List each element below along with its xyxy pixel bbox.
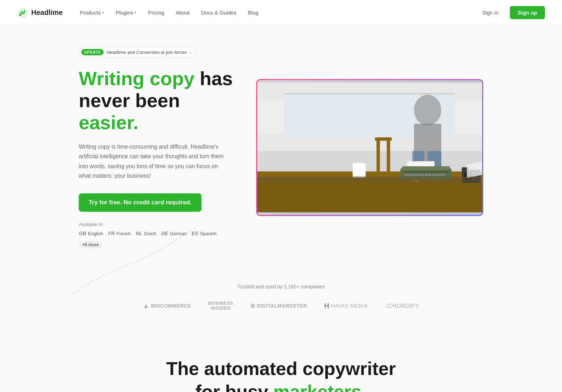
digitalmarketer-symbol: ⚙ (250, 303, 255, 309)
update-text: Headlime and Conversion.ai join forces (106, 50, 187, 55)
svg-rect-13 (376, 137, 380, 178)
bottom-headline-part1: The automated copywriter (166, 358, 396, 379)
chevron-down-icon: ▾ (102, 10, 104, 15)
navbar-right: Sign in Sign up (476, 6, 545, 19)
signin-button[interactable]: Sign in (476, 7, 504, 18)
bottom-headline-part2: for busy (195, 381, 274, 392)
headline-easier: easier. (79, 112, 138, 133)
hero-right (256, 79, 483, 216)
svg-rect-23 (411, 174, 414, 176)
brand-name: Headlime (31, 9, 63, 17)
svg-rect-30 (435, 174, 438, 176)
nav-pricing[interactable]: Pricing (144, 7, 169, 18)
lang-french: FR French (108, 231, 131, 236)
flag-es: ES (192, 231, 198, 236)
hero-section: UPDATE Headlime and Conversion.ai join f… (50, 26, 512, 270)
hero-image (257, 80, 482, 215)
svg-point-9 (414, 95, 441, 125)
nav-about[interactable]: About (171, 7, 194, 18)
svg-rect-8 (257, 178, 482, 212)
bigcommerce-symbol: ▲ (143, 302, 149, 310)
flag-nl: NL (136, 231, 143, 236)
flag-de: DE (161, 231, 168, 236)
nav-docs[interactable]: Docs & Guides (197, 7, 241, 18)
flag-gb: GB (79, 231, 86, 236)
bottom-section: The automated copywriter for busy market… (0, 329, 562, 392)
svg-rect-20 (404, 171, 448, 173)
havas-symbol: h (324, 302, 330, 310)
hero-headline: Writing copy hasnever been easier. (79, 67, 242, 133)
social-proof-title: Trusted and used by 1,182+ companies (28, 284, 534, 289)
lang-spanish: ES Spanish (192, 231, 217, 236)
navbar: Headlime Products ▾ Plugins ▾ Pricing Ab… (0, 0, 562, 26)
navbar-left: Headlime Products ▾ Plugins ▾ Pricing Ab… (17, 7, 263, 18)
hero-scene-svg (257, 80, 482, 215)
bottom-headline: The automated copywriter for busy market… (28, 357, 534, 392)
svg-rect-15 (375, 137, 392, 141)
svg-rect-24 (415, 174, 418, 176)
hero-left: UPDATE Headlime and Conversion.ai join f… (79, 47, 242, 248)
company-chordify: ♩chordify (385, 303, 419, 309)
company-havas-media: h havas media (324, 302, 368, 310)
svg-rect-25 (418, 174, 421, 176)
bottom-headline-green: marketers. (273, 381, 367, 392)
flag-fr: FR (108, 231, 115, 236)
lang-german: DE German (161, 231, 186, 236)
language-flags: GB English FR French NL Dutch DE German … (79, 231, 242, 248)
update-badge: UPDATE (81, 49, 104, 55)
chevron-down-icon: ▾ (134, 10, 137, 15)
logo[interactable]: Headlime (17, 7, 63, 18)
company-business-insider: BUSINESSINSIDER (208, 301, 233, 311)
svg-rect-26 (422, 174, 424, 176)
svg-point-1 (19, 14, 21, 16)
company-bigcommerce: ▲ BIGCOMMERCE (143, 302, 191, 310)
social-proof-section: Trusted and used by 1,182+ companies ▲ B… (0, 270, 562, 329)
cta-button[interactable]: Try for free. No credit card required. (79, 193, 202, 212)
svg-rect-27 (425, 174, 428, 176)
nav-products[interactable]: Products ▾ (76, 7, 109, 18)
nav-links: Products ▾ Plugins ▾ Pricing About Docs … (76, 7, 263, 18)
lang-english: GB English (79, 231, 103, 236)
svg-rect-19 (402, 166, 450, 171)
signup-button[interactable]: Sign up (510, 6, 545, 19)
nav-plugins[interactable]: Plugins ▾ (111, 7, 141, 18)
svg-rect-33 (353, 163, 366, 177)
arrow-right-icon: › (190, 50, 191, 55)
svg-rect-21 (404, 174, 407, 176)
svg-rect-28 (428, 174, 431, 176)
lang-dutch: NL Dutch (136, 231, 156, 236)
svg-rect-14 (387, 137, 390, 178)
svg-rect-32 (442, 174, 445, 176)
available-in-label: Available in: (79, 222, 242, 227)
svg-rect-6 (285, 93, 455, 94)
company-logos: ▲ BIGCOMMERCE BUSINESSINSIDER ⚙ DIGITALM… (28, 301, 534, 311)
headlime-logo-icon (17, 7, 28, 18)
svg-rect-40 (257, 177, 482, 182)
hero-description: Writing copy is time-consuming and diffi… (79, 142, 228, 181)
hero-image-wrapper (256, 79, 483, 216)
company-digitalmarketer: ⚙ DIGITALMARKETER (250, 303, 307, 309)
nav-blog[interactable]: Blog (243, 7, 263, 18)
more-languages[interactable]: +6 more (79, 241, 102, 248)
svg-rect-29 (432, 174, 435, 176)
update-banner[interactable]: UPDATE Headlime and Conversion.ai join f… (79, 47, 196, 57)
svg-rect-31 (439, 174, 441, 176)
svg-rect-22 (408, 174, 411, 176)
headline-writing-copy: Writing copy (79, 68, 200, 89)
